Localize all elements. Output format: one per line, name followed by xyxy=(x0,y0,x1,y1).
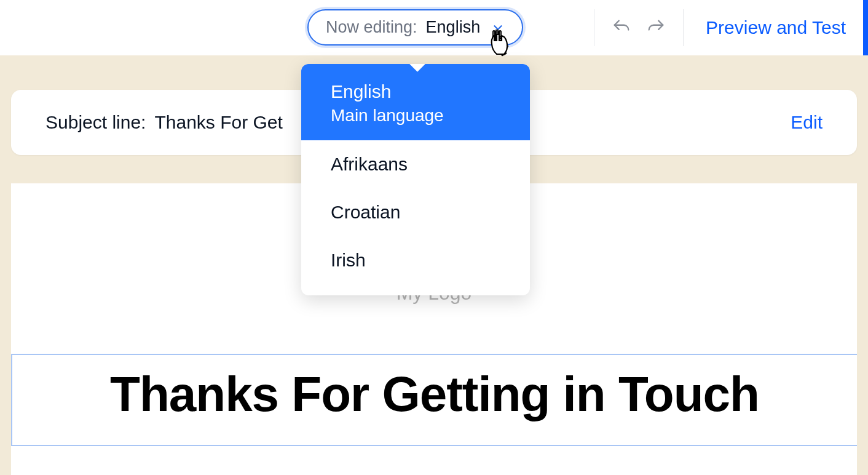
language-option-label: English xyxy=(331,81,500,102)
top-toolbar: Now editing: English P xyxy=(0,0,868,55)
language-option-english[interactable]: English Main language xyxy=(301,64,530,140)
language-selector-button[interactable]: Now editing: English xyxy=(307,9,523,46)
language-selector-label: Now editing: xyxy=(326,18,417,37)
undo-redo-group xyxy=(594,14,683,41)
subject-line-text: Subject line: Thanks For Get xyxy=(45,112,283,133)
language-option-croatian[interactable]: Croatian xyxy=(301,188,530,236)
chevron-down-icon xyxy=(491,21,505,34)
language-selector-value: English xyxy=(426,18,481,37)
toolbar-right-group: Preview and Test xyxy=(594,0,868,55)
subject-line-label: Subject line: xyxy=(45,112,146,133)
language-dropdown: English Main language Afrikaans Croatian… xyxy=(301,64,530,295)
language-option-label: Irish xyxy=(331,250,500,271)
language-option-label: Croatian xyxy=(331,202,500,223)
undo-button[interactable] xyxy=(608,14,635,41)
language-option-sublabel: Main language xyxy=(331,106,500,126)
headline-block[interactable]: Thanks For Getting in Touch xyxy=(11,354,857,446)
subject-line-value: Thanks For Get xyxy=(154,112,282,133)
edit-subject-button[interactable]: Edit xyxy=(791,112,823,133)
email-headline: Thanks For Getting in Touch xyxy=(12,366,857,423)
right-edge-accent xyxy=(863,0,868,55)
language-option-irish[interactable]: Irish xyxy=(301,236,530,295)
preview-and-test-button[interactable]: Preview and Test xyxy=(684,0,868,55)
redo-button[interactable] xyxy=(642,14,669,41)
language-option-label: Afrikaans xyxy=(331,154,500,175)
language-option-afrikaans[interactable]: Afrikaans xyxy=(301,140,530,188)
